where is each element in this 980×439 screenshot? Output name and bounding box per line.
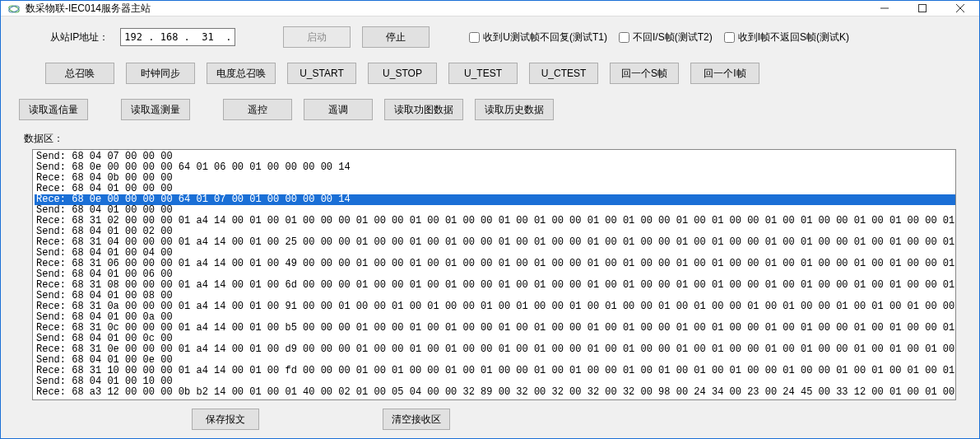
- log-line[interactable]: Rece: 68 31 0c 00 00 00 01 a4 14 00 01 0…: [35, 323, 955, 334]
- log-line[interactable]: Rece: 68 04 0b 00 00 00: [35, 173, 955, 184]
- reply-i-frame-button[interactable]: 回一个I帧: [690, 63, 759, 84]
- u-start-button[interactable]: U_START: [287, 63, 356, 84]
- read-yx-button[interactable]: 读取遥信量: [19, 99, 88, 120]
- command-row-2: 读取遥信量 读取遥测量 遥控 遥调 读取功图数据 读取历史数据: [19, 99, 961, 120]
- data-area-label: 数据区：: [24, 132, 961, 146]
- stop-button[interactable]: 停止: [362, 26, 430, 48]
- log-line[interactable]: Rece: 68 31 02 00 00 00 01 a4 14 00 01 0…: [35, 216, 955, 227]
- general-call-button[interactable]: 总召唤: [45, 63, 114, 84]
- ip-address-input[interactable]: [120, 28, 235, 46]
- window-title: 数采物联-IEC014服务器主站: [26, 2, 866, 16]
- log-line[interactable]: Rece: 68 31 04 00 00 00 01 a4 14 00 01 0…: [35, 237, 955, 248]
- close-button[interactable]: [941, 1, 979, 16]
- checkbox-t2-box[interactable]: [619, 32, 629, 43]
- start-button[interactable]: 启动: [283, 26, 351, 48]
- checkbox-k[interactable]: 收到I帧不返回S帧(测试K): [724, 30, 849, 44]
- minimize-button[interactable]: [866, 1, 903, 16]
- log-line[interactable]: Rece: 68 a3 12 00 00 00 0b b2 14 00 01 0…: [35, 387, 955, 398]
- checkbox-k-label: 收到I帧不返回S帧(测试K): [738, 30, 849, 44]
- log-line[interactable]: Rece: 68 31 10 00 00 00 01 a4 14 00 01 0…: [35, 366, 955, 376]
- log-line[interactable]: Rece: 68 31 06 00 00 00 01 a4 14 00 01 0…: [35, 259, 955, 269]
- checkbox-t2[interactable]: 不回I/S帧(测试T2): [619, 30, 713, 44]
- read-yc-button[interactable]: 读取遥测量: [121, 99, 190, 120]
- command-row-1: 总召唤 时钟同步 电度总召唤 U_START U_STOP U_TEST U_C…: [19, 63, 961, 84]
- data-log-area[interactable]: Send: 68 04 07 00 00 00Send: 68 0e 00 00…: [32, 149, 956, 400]
- app-icon: [7, 2, 21, 15]
- svg-rect-1: [919, 5, 927, 12]
- yk-button[interactable]: 遥控: [223, 99, 292, 120]
- read-diagram-button[interactable]: 读取功图数据: [384, 99, 463, 120]
- window-controls: [866, 1, 979, 16]
- log-line[interactable]: Rece: 68 31 0a 00 00 00 01 a4 14 00 01 0…: [35, 301, 955, 312]
- u-ctest-button[interactable]: U_CTEST: [529, 63, 598, 84]
- log-line[interactable]: Send: 68 0e 00 00 00 00 64 01 06 00 01 0…: [35, 162, 955, 173]
- u-test-button[interactable]: U_TEST: [448, 63, 518, 84]
- checkbox-t1-box[interactable]: [469, 32, 480, 43]
- log-line[interactable]: Rece: 68 31 08 00 00 00 01 a4 14 00 01 0…: [35, 280, 955, 291]
- title-bar[interactable]: 数采物联-IEC014服务器主站: [1, 1, 979, 16]
- clock-sync-button[interactable]: 时钟同步: [126, 63, 195, 84]
- main-window: 数采物联-IEC014服务器主站 从站IP地址： 启动 停止 收到U测试帧不回复…: [0, 0, 980, 439]
- checkbox-k-box[interactable]: [724, 32, 735, 43]
- log-line[interactable]: Rece: 68 31 0e 00 00 00 01 a4 14 00 01 0…: [35, 344, 955, 355]
- ip-label: 从站IP地址：: [50, 30, 109, 44]
- reply-s-frame-button[interactable]: 回一个S帧: [610, 63, 679, 84]
- yt-button[interactable]: 遥调: [304, 99, 373, 120]
- connection-row: 从站IP地址： 启动 停止 收到U测试帧不回复(测试T1) 不回I/S帧(测试T…: [19, 26, 961, 48]
- u-stop-button[interactable]: U_STOP: [368, 63, 437, 84]
- log-line[interactable]: Rece: 68 0e 00 00 00 00 64 01 07 00 01 0…: [35, 194, 955, 205]
- checkbox-t1-label: 收到U测试帧不回复(测试T1): [483, 30, 607, 44]
- clear-receive-button[interactable]: 清空接收区: [383, 409, 450, 430]
- energy-call-button[interactable]: 电度总召唤: [207, 63, 276, 84]
- read-history-button[interactable]: 读取历史数据: [475, 99, 554, 120]
- checkbox-t2-label: 不回I/S帧(测试T2): [633, 30, 713, 44]
- maximize-button[interactable]: [903, 1, 941, 16]
- client-area: 从站IP地址： 启动 停止 收到U测试帧不回复(测试T1) 不回I/S帧(测试T…: [1, 16, 979, 438]
- bottom-row: 保存报文 清空接收区: [19, 400, 961, 430]
- checkbox-t1[interactable]: 收到U测试帧不回复(测试T1): [469, 30, 607, 44]
- save-message-button[interactable]: 保存报文: [192, 409, 259, 430]
